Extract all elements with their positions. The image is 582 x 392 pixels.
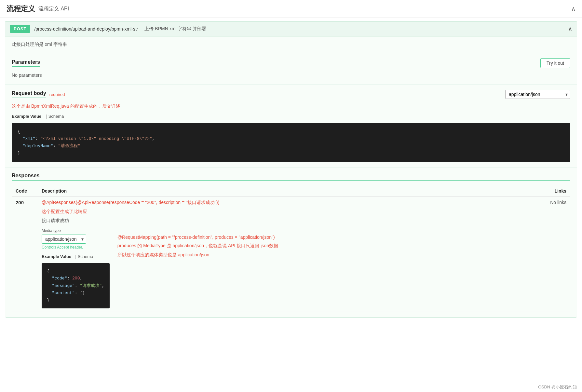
api-description: 上传 BPMN xml 字符串 并部署 [144, 26, 206, 32]
responses-section: Responses Code Description Links 200 [5, 168, 577, 317]
method-badge: POST [10, 25, 30, 33]
code-line-1: { [18, 128, 564, 135]
request-body-title-group: Request body required [12, 90, 65, 98]
try-it-out-button[interactable]: Try it out [540, 58, 570, 68]
code-line-3: "deployName": "请假流程" [18, 142, 564, 150]
responses-tbody: 200 @ApiResponses(@ApiResponse(responseC… [12, 196, 570, 312]
api-header-left: POST /process-definition/upload-and-depl… [10, 25, 206, 33]
schema-tab[interactable]: Schema [48, 113, 67, 120]
resp-code-line-2: "code": 200, [47, 275, 104, 282]
parameters-title: Parameters [12, 59, 40, 67]
media-type-select[interactable]: application/json [42, 235, 86, 244]
page-title: 流程定义 [7, 4, 35, 14]
response-annotation1: @ApiResponses(@ApiResponse(responseCode … [42, 200, 527, 206]
response-annotation2: 这个配置生成了此响应 [42, 209, 527, 215]
resp-code-line-4: "content": {} [47, 290, 104, 297]
request-body-annotation: 这个是由 BpmnXmlReq.java 的配置生成的，后文详述 [12, 103, 570, 109]
response-desc-main: 接口请求成功 [42, 218, 527, 224]
api-collapse-icon[interactable]: ∧ [568, 25, 572, 33]
response-code-cell: 200 [12, 196, 38, 312]
response-annotation4: produces 的 MediaType 是 application/json，… [117, 243, 278, 249]
api-header: POST /process-definition/upload-and-depl… [5, 21, 577, 36]
response-annotations-right: @RequestMapping(path = "/process-definit… [117, 235, 278, 261]
parameters-section: Parameters Try it out No parameters [5, 53, 577, 85]
responses-header-row: Code Description Links [12, 186, 570, 196]
api-body: 此接口处理的是 xml 字符串 Parameters Try it out No… [5, 36, 577, 317]
page-header: 流程定义 流程定义 API ∧ [0, 0, 582, 18]
controls-text: Controls Accept header. [42, 245, 110, 250]
no-links: No links [550, 200, 566, 205]
media-type-label: Media type [42, 228, 527, 233]
api-note: 此接口处理的是 xml 字符串 [5, 36, 577, 53]
header-collapse-icon[interactable]: ∧ [571, 5, 575, 12]
response-links-cell: No links [531, 196, 570, 312]
responses-thead: Code Description Links [12, 186, 570, 196]
response-code-block: { "code": 200, "message": "请求成功", "conte… [42, 263, 110, 308]
example-value-tabs: Example Value | Schema [12, 113, 570, 120]
col-code: Code [12, 186, 38, 196]
response-tab-sep: | [74, 253, 78, 261]
code-line-2: "xml": "<?xml version=\"1.0\" encoding=\… [18, 135, 564, 142]
header-left: 流程定义 流程定义 API [7, 4, 69, 14]
no-params-text: No parameters [12, 71, 570, 79]
parameters-header: Parameters Try it out [12, 58, 570, 68]
code-line-4: } [18, 150, 564, 157]
request-body-header: Request body required application/json [12, 90, 570, 99]
media-type-container: Media type application/json [42, 228, 527, 308]
page-subtitle: 流程定义 API [38, 6, 69, 12]
request-body-title: Request body [12, 90, 46, 98]
response-annotation3: @RequestMapping(path = "/process-definit… [117, 235, 278, 240]
media-type-select-wrapper[interactable]: application/json [42, 235, 86, 244]
main-content: POST /process-definition/upload-and-depl… [0, 21, 582, 318]
response-desc-cell: @ApiResponses(@ApiResponse(responseCode … [38, 196, 531, 312]
example-value-tab[interactable]: Example Value [12, 113, 45, 120]
api-section: POST /process-definition/upload-and-depl… [5, 21, 577, 318]
table-row: 200 @ApiResponses(@ApiResponse(responseC… [12, 196, 570, 312]
media-type-left: application/json Controls Accept header.… [42, 235, 110, 308]
api-note-text: 此接口处理的是 xml 字符串 [12, 42, 67, 47]
response-annotation5: 所以这个响应的媒体类型也是 application/json [117, 252, 278, 258]
resp-code-line-3: "message": "请求成功", [47, 282, 104, 290]
response-example-tab[interactable]: Example Value [42, 253, 74, 261]
col-description: Description [38, 186, 531, 196]
tab-separator: | [45, 113, 48, 120]
media-type-row: application/json Controls Accept header.… [42, 235, 527, 308]
request-body-code-block: { "xml": "<?xml version=\"1.0\" encoding… [12, 123, 570, 162]
resp-code-line-1: { [47, 268, 104, 275]
responses-table: Code Description Links 200 @ApiResponses… [12, 186, 570, 312]
response-schema-tab[interactable]: Schema [78, 253, 96, 261]
response-example-tabs: Example Value | Schema [42, 253, 110, 261]
content-type-select-wrapper[interactable]: application/json [505, 90, 570, 99]
resp-code-line-5: } [47, 297, 104, 304]
request-body-section: Request body required application/json 这… [5, 85, 577, 168]
response-code: 200 [16, 200, 24, 205]
col-links: Links [531, 186, 570, 196]
required-badge: required [49, 92, 65, 97]
api-path: /process-definition/upload-and-deploy/bp… [34, 26, 138, 32]
responses-title: Responses [12, 173, 570, 181]
content-type-select[interactable]: application/json [505, 90, 570, 99]
